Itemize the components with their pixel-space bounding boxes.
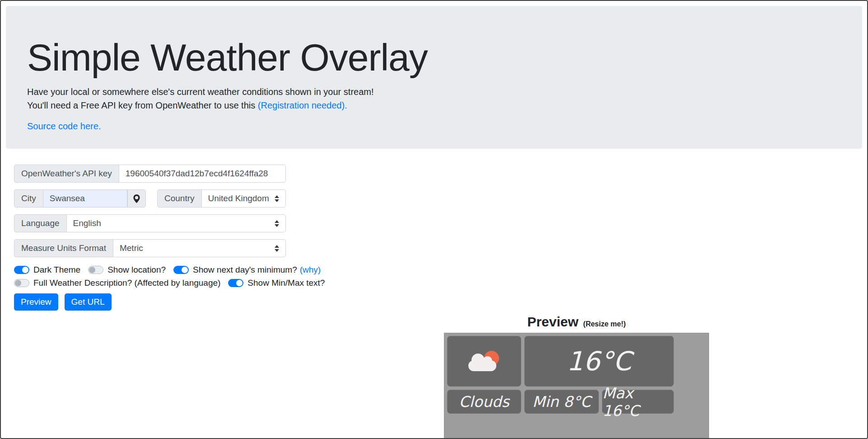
select-arrows-icon <box>275 220 279 227</box>
toggle-show-location-label: Show location? <box>107 265 166 275</box>
preview-heading-row: Preview (Resize me!) <box>444 314 709 330</box>
units-select[interactable]: Metric <box>113 239 286 257</box>
location-pin-icon <box>132 194 141 203</box>
select-arrows-icon <box>275 245 279 252</box>
toggle-next-day-minimum[interactable] <box>173 266 189 274</box>
get-url-button[interactable]: Get URL <box>65 293 112 311</box>
toggle-show-location[interactable] <box>88 266 103 274</box>
app-window: Simple Weather Overlay Have your local o… <box>0 0 868 439</box>
language-select[interactable]: English <box>66 214 286 232</box>
language-select-value: English <box>73 218 101 228</box>
weather-icon-tile <box>447 336 521 387</box>
toggle-dark-theme[interactable] <box>14 266 29 274</box>
city-label: City <box>14 189 43 208</box>
units-label: Measure Units Format <box>14 239 113 257</box>
toggle-dark-theme-label: Dark Theme <box>33 265 80 275</box>
preview-heading: Preview <box>527 314 578 329</box>
toggle-options: Dark Theme Show location? Show next day'… <box>14 265 286 288</box>
few-clouds-day-icon <box>468 351 500 372</box>
source-code-line: Source code here. <box>27 121 841 132</box>
toggle-min-max-text[interactable] <box>228 279 243 287</box>
preview-resize-note: (Resize me!) <box>583 320 625 328</box>
temperature-tile: 16°C <box>524 336 674 387</box>
source-code-link[interactable]: Source code here. <box>27 121 101 131</box>
max-temp-tile: Max 16°C <box>602 390 674 414</box>
city-group: City <box>14 189 146 208</box>
language-label: Language <box>14 214 66 232</box>
min-temp-tile: Min 8°C <box>524 390 599 414</box>
language-group: Language English <box>14 214 286 232</box>
overlay-grid: 16°C Clouds Min 8°C Max 16°C <box>447 336 706 414</box>
toggle-line-1: Dark Theme Show location? Show next day'… <box>14 265 286 275</box>
cloud-icon <box>468 360 496 371</box>
geolocate-button[interactable] <box>127 189 146 208</box>
units-select-value: Metric <box>120 243 143 253</box>
header-description-2-text: You'll need a Free API key from OpenWeat… <box>27 100 258 110</box>
toggle-min-max-text-label: Show Min/Max text? <box>247 278 325 288</box>
api-key-label: OpenWeather's API key <box>14 165 119 183</box>
city-country-row: City Country United Kingdom <box>14 189 286 214</box>
preview-panel: Preview (Resize me!) 16°C Clouds Min 8°C… <box>444 314 709 439</box>
header: Simple Weather Overlay Have your local o… <box>6 6 862 149</box>
country-select[interactable]: United Kingdom <box>201 189 286 208</box>
country-label: Country <box>157 189 201 208</box>
country-select-value: United Kingdom <box>208 194 269 203</box>
toggle-next-day-minimum-label: Show next day's minimum? <box>193 265 297 275</box>
action-buttons: Preview Get URL <box>14 293 286 311</box>
page-title: Simple Weather Overlay <box>27 38 841 77</box>
header-description-1: Have your local or somewhere else's curr… <box>27 86 841 98</box>
api-key-input[interactable] <box>119 165 286 183</box>
select-arrows-icon <box>275 195 279 202</box>
units-group: Measure Units Format Metric <box>14 239 286 257</box>
settings-form: OpenWeather's API key City Country <box>14 165 286 311</box>
toggle-full-description[interactable] <box>14 279 29 287</box>
toggle-full-description-label: Full Weather Description? (Affected by l… <box>33 278 220 288</box>
toggle-line-2: Full Weather Description? (Affected by l… <box>14 278 286 288</box>
condition-tile: Clouds <box>447 390 521 414</box>
city-input[interactable] <box>43 189 127 208</box>
header-description-2: You'll need a Free API key from OpenWeat… <box>27 100 841 111</box>
weather-overlay-preview[interactable]: 16°C Clouds Min 8°C Max 16°C <box>444 333 709 439</box>
country-group: Country United Kingdom <box>157 189 286 208</box>
api-key-group: OpenWeather's API key <box>14 165 286 183</box>
registration-link[interactable]: (Registration needed). <box>258 100 347 110</box>
why-link[interactable]: (why) <box>300 265 321 275</box>
preview-button[interactable]: Preview <box>14 293 58 311</box>
